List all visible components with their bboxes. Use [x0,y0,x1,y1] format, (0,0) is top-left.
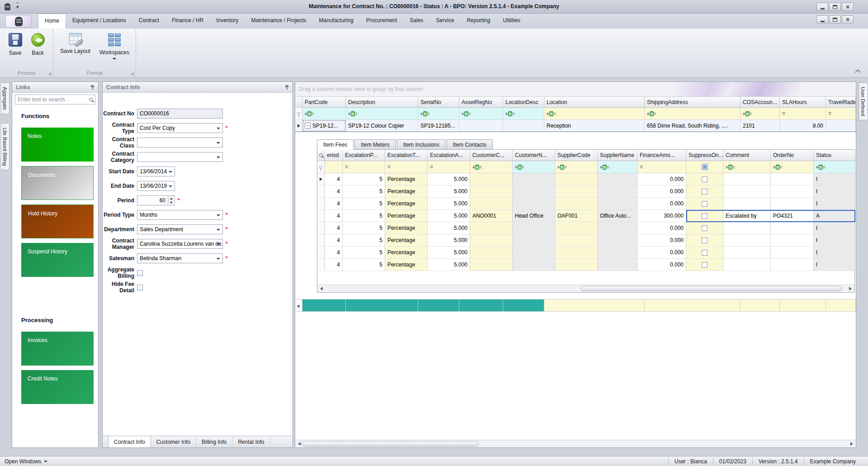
new-row-cell-cosaccoun[interactable] [741,300,780,311]
ribbon-tab-utilities[interactable]: Utilities [496,14,527,29]
item-cell-customern[interactable] [513,198,555,209]
item-cell-eriod[interactable]: 4 [325,259,343,271]
item-row-4[interactable]: 45Percentage5.0000.000I [317,222,854,234]
item-cell-comment[interactable] [723,234,771,246]
master-cell-travelradiu[interactable] [826,120,856,132]
item-cell-escalationp[interactable]: 5 [343,222,385,234]
filter-cell-escalationa[interactable]: = [428,161,470,173]
suppress-checkbox[interactable] [702,201,708,207]
item-cell-escalationa[interactable]: 5.000 [428,247,470,258]
item-cell-orderno[interactable]: PO4321 [771,210,814,222]
item-cell-escalationp[interactable]: 5 [343,259,385,271]
tab-user-defined[interactable]: User Defined [859,82,867,120]
new-row-cell-shippingaddress[interactable] [645,300,741,311]
item-cell-suppresson[interactable] [686,222,723,234]
master-cell-assetregno[interactable] [459,120,503,132]
group-by-bar[interactable]: Drag a column header here to group by th… [295,82,856,96]
item-cell-status[interactable]: A [814,210,855,222]
column-header-orderno[interactable]: OrderNo [771,150,814,161]
item-cell-escalationt[interactable]: Percentage [385,173,428,185]
filter-cell-eriod[interactable] [325,161,343,173]
item-cell-escalationa[interactable]: 5.000 [428,173,470,185]
tab-customer-info[interactable]: Customer Info [151,436,196,447]
item-cell-customern[interactable] [513,185,555,197]
process-group-launcher-icon[interactable] [48,72,51,75]
item-cell-customerc[interactable] [470,234,513,246]
ribbon-tab-home[interactable]: Home [38,14,66,29]
item-cell-suppliername[interactable] [598,185,637,197]
filter-cell-suppliercode[interactable]: aBc [555,161,598,173]
item-cell-suppliername[interactable] [598,247,637,258]
column-header-cosaccoun[interactable]: COSAccoun... [741,97,780,108]
filter-cell-customern[interactable]: aBc [513,161,555,173]
item-cell-eriod[interactable]: 4 [325,222,343,234]
item-cell-comment[interactable] [723,185,771,197]
column-header-escalationa[interactable]: EscalationA... [428,150,470,161]
item-cell-suppliercode[interactable] [555,222,598,234]
new-row-cell-assetregno[interactable] [459,300,503,311]
item-cell-escalationa[interactable]: 5.000 [428,198,470,209]
save-button[interactable]: Save [6,31,25,57]
item-cell-escalationa[interactable]: 5.000 [428,259,470,271]
tab-item-contacts[interactable]: Item Contacts [447,139,493,149]
item-cell-orderno[interactable] [771,234,814,246]
column-header-partcode[interactable]: PartCode [302,97,346,108]
tab-billing-info[interactable]: Billing Info [196,436,232,447]
new-row-cell-description[interactable] [346,300,418,311]
item-cell-eriod[interactable]: 4 [325,173,343,185]
chevron-down-icon[interactable] [217,243,220,245]
item-cell-status[interactable]: I [814,259,855,271]
child-close-button[interactable]: × [842,15,854,24]
item-cell-escalationt[interactable]: Percentage [385,210,428,222]
item-cell-customerc[interactable] [470,198,513,209]
item-cell-escalationa[interactable]: 5.000 [428,210,470,222]
scroll-left-icon[interactable] [320,287,323,290]
item-cell-status[interactable]: I [814,222,855,234]
minimize-button[interactable] [816,3,828,11]
department-select[interactable]: Sales Department [137,224,223,234]
item-row-5[interactable]: 45Percentage5.0000.000I [317,234,854,247]
tab-item-meters[interactable]: Item Meters [354,139,396,149]
contract-category-select[interactable] [137,152,223,162]
item-cell-financeamo[interactable]: 0.000 [637,198,686,209]
ribbon-tab-contract[interactable]: Contract [132,14,165,29]
item-cell-suppliercode[interactable] [555,173,598,185]
new-row-cell-locationdesc[interactable] [503,300,544,311]
scroll-right-icon[interactable] [849,287,852,290]
links-search-input[interactable] [18,96,89,103]
filter-cell-escalationp[interactable]: = [343,161,385,173]
column-header-financeamo[interactable]: FinanceAmo... [637,150,686,161]
chevron-down-icon[interactable] [217,128,220,129]
filter-cell-partcode[interactable]: aBc [302,108,346,120]
item-cell-suppliername[interactable] [598,173,637,185]
period-type-select[interactable]: Months [137,210,223,220]
item-cell-suppliername[interactable]: Office Auto... [598,210,637,222]
item-cell-escalationt[interactable]: Percentage [385,259,428,271]
credit-notes-button[interactable]: Credit Notes [21,370,94,404]
hide-fee-detail-checkbox[interactable] [137,285,143,290]
item-cell-customern[interactable] [513,222,555,234]
aggregate-billing-checkbox[interactable] [137,270,143,276]
item-cell-suppliername[interactable] [598,198,637,209]
ribbon-tab-sales[interactable]: Sales [403,14,429,29]
item-cell-financeamo[interactable]: 0.000 [637,222,686,234]
spin-up-icon[interactable] [170,198,173,200]
column-header-escalationp[interactable]: EscalationP... [343,150,385,161]
item-cell-financeamo[interactable]: 0.000 [637,247,686,258]
master-cell-shippingaddress[interactable]: 658 Dime Road, South Riding, ,... [645,120,741,132]
save-layout-button[interactable]: Save Layout [57,31,93,61]
item-row-6[interactable]: 45Percentage5.0000.000I [317,247,854,259]
filter-cell-suppliername[interactable]: aBc [598,161,637,173]
item-cell-suppliername[interactable] [598,259,637,271]
salesman-select[interactable]: Belinda Sharman [137,253,223,263]
filter-cell-orderno[interactable]: aBc [771,161,814,173]
item-cell-status[interactable]: I [814,173,855,185]
master-cell-serialno[interactable]: SP19-12185... [418,120,459,132]
suppress-checkbox[interactable] [702,213,708,219]
item-cell-customerc[interactable]: ANO0001 [470,210,513,222]
filter-cell-locationdesc[interactable]: aBc [503,108,544,120]
scroll-left-icon[interactable] [298,442,301,446]
column-header-customern[interactable]: CustomerN... [513,150,555,161]
master-cell-location[interactable]: Reception [544,120,645,132]
item-cell-escalationp[interactable]: 5 [343,185,385,197]
